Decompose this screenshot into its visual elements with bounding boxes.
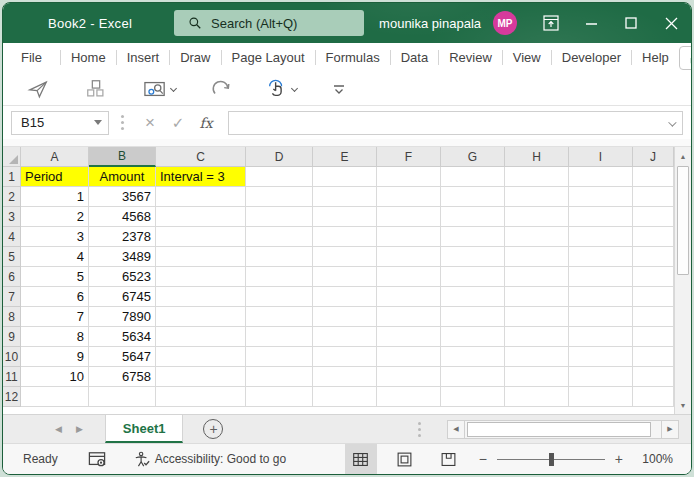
row-header-3[interactable]: 3	[3, 207, 21, 227]
cell-B8[interactable]: 7890	[89, 307, 156, 327]
cell-C3[interactable]	[156, 207, 246, 227]
cell-F11[interactable]	[377, 367, 441, 387]
shapes-button[interactable]	[77, 75, 115, 103]
tab-data[interactable]: Data	[391, 43, 438, 72]
cell-I6[interactable]	[569, 267, 633, 287]
column-header-J[interactable]: J	[633, 147, 674, 167]
cell-I7[interactable]	[569, 287, 633, 307]
cell-H6[interactable]	[505, 267, 569, 287]
cell-J1[interactable]	[633, 167, 674, 187]
cell-A10[interactable]: 9	[21, 347, 89, 367]
cell-B6[interactable]: 6523	[89, 267, 156, 287]
cell-J8[interactable]	[633, 307, 674, 327]
cell-B4[interactable]: 2378	[89, 227, 156, 247]
cell-H4[interactable]	[505, 227, 569, 247]
cell-F6[interactable]	[377, 267, 441, 287]
cell-I4[interactable]	[569, 227, 633, 247]
cell-C5[interactable]	[156, 247, 246, 267]
cell-A8[interactable]: 7	[21, 307, 89, 327]
select-all-corner[interactable]	[3, 147, 21, 167]
record-macro-button[interactable]	[88, 451, 106, 468]
cell-D2[interactable]	[246, 187, 313, 207]
share-button[interactable]: Share	[679, 46, 692, 70]
sheet-tab-sheet1[interactable]: Sheet1	[105, 415, 184, 443]
cell-I2[interactable]	[569, 187, 633, 207]
zoom-level[interactable]: 100%	[639, 452, 673, 466]
cell-I5[interactable]	[569, 247, 633, 267]
accessibility-status[interactable]: Accessibility: Good to go	[134, 451, 286, 468]
cell-C4[interactable]	[156, 227, 246, 247]
cell-F5[interactable]	[377, 247, 441, 267]
cell-I12[interactable]	[569, 387, 633, 407]
column-header-H[interactable]: H	[505, 147, 569, 167]
previous-sheet-icon[interactable]: ◀	[55, 424, 62, 434]
cell-G7[interactable]	[441, 287, 505, 307]
cell-F10[interactable]	[377, 347, 441, 367]
touch-mouse-mode-button[interactable]	[258, 75, 305, 103]
cell-E9[interactable]	[313, 327, 377, 347]
name-box[interactable]: B15	[11, 111, 109, 135]
cell-I9[interactable]	[569, 327, 633, 347]
cancel-button[interactable]: ×	[136, 113, 164, 133]
tab-developer[interactable]: Developer	[552, 43, 631, 72]
zoom-slider-thumb[interactable]	[549, 453, 554, 466]
cell-D8[interactable]	[246, 307, 313, 327]
cell-F4[interactable]	[377, 227, 441, 247]
cell-B1[interactable]: Amount	[89, 167, 156, 187]
scroll-left-icon[interactable]: ◀	[448, 421, 465, 438]
cell-B11[interactable]: 6758	[89, 367, 156, 387]
cell-D3[interactable]	[246, 207, 313, 227]
cell-F12[interactable]	[377, 387, 441, 407]
cell-G5[interactable]	[441, 247, 505, 267]
cell-C1[interactable]: Interval = 3	[156, 167, 246, 187]
cell-E4[interactable]	[313, 227, 377, 247]
cell-C8[interactable]	[156, 307, 246, 327]
row-header-11[interactable]: 11	[3, 367, 21, 387]
cell-H5[interactable]	[505, 247, 569, 267]
cell-J12[interactable]	[633, 387, 674, 407]
cell-E10[interactable]	[313, 347, 377, 367]
cell-C7[interactable]	[156, 287, 246, 307]
cell-D6[interactable]	[246, 267, 313, 287]
cell-E3[interactable]	[313, 207, 377, 227]
cell-D12[interactable]	[246, 387, 313, 407]
cell-I8[interactable]	[569, 307, 633, 327]
cell-G11[interactable]	[441, 367, 505, 387]
cell-I11[interactable]	[569, 367, 633, 387]
cell-A6[interactable]: 5	[21, 267, 89, 287]
new-sheet-button[interactable]: +	[203, 419, 223, 439]
cell-H9[interactable]	[505, 327, 569, 347]
normal-view-button[interactable]	[345, 444, 377, 475]
row-header-5[interactable]: 5	[3, 247, 21, 267]
cell-B5[interactable]: 3489	[89, 247, 156, 267]
cell-G8[interactable]	[441, 307, 505, 327]
lookup-people-button[interactable]	[135, 75, 184, 103]
tab-view[interactable]: View	[503, 43, 551, 72]
column-header-G[interactable]: G	[441, 147, 505, 167]
tab-file[interactable]: File	[11, 43, 52, 72]
column-header-D[interactable]: D	[246, 147, 313, 167]
vertical-scroll-track[interactable]	[675, 165, 691, 396]
row-header-12[interactable]: 12	[3, 387, 21, 407]
cell-J4[interactable]	[633, 227, 674, 247]
redo-button[interactable]	[202, 75, 240, 103]
vertical-scroll-thumb[interactable]	[677, 166, 689, 275]
cell-B9[interactable]: 5634	[89, 327, 156, 347]
cell-A4[interactable]: 3	[21, 227, 89, 247]
tab-home[interactable]: Home	[61, 43, 116, 72]
scroll-up-icon[interactable]: ▲	[675, 147, 691, 165]
cell-H12[interactable]	[505, 387, 569, 407]
cell-G4[interactable]	[441, 227, 505, 247]
cell-E2[interactable]	[313, 187, 377, 207]
cell-D1[interactable]	[246, 167, 313, 187]
cell-J11[interactable]	[633, 367, 674, 387]
cell-I3[interactable]	[569, 207, 633, 227]
insert-function-button[interactable]: fx	[192, 115, 220, 131]
cell-F3[interactable]	[377, 207, 441, 227]
row-header-4[interactable]: 4	[3, 227, 21, 247]
cell-C12[interactable]	[156, 387, 246, 407]
cell-A12[interactable]	[21, 387, 89, 407]
cell-J3[interactable]	[633, 207, 674, 227]
cell-A9[interactable]: 8	[21, 327, 89, 347]
cell-A7[interactable]: 6	[21, 287, 89, 307]
